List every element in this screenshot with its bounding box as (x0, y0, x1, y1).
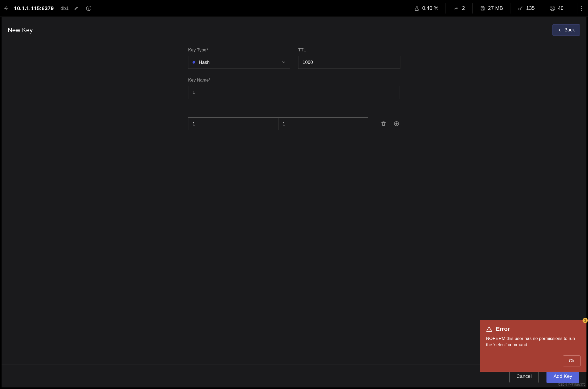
stat-cpu: 0.40 % (407, 3, 446, 14)
back-button[interactable]: Back (552, 24, 580, 36)
stat-cpu-value: 0.40 % (422, 5, 438, 11)
top-bar: 10.1.1.115:6379 db1 0.40 % 2 27 MB 135 4… (0, 0, 588, 17)
stat-users-value: 40 (558, 5, 564, 11)
warning-icon (486, 326, 492, 332)
save-icon (480, 5, 486, 11)
key-icon (518, 5, 523, 11)
stat-memory: 27 MB (472, 3, 510, 14)
chevron-down-icon (281, 60, 286, 65)
stat-keys-value: 135 (526, 5, 535, 11)
toast-count-badge: 1 (583, 318, 588, 323)
key-type-value: Hash (199, 60, 210, 65)
key-name-input[interactable] (188, 86, 400, 99)
stat-commands-value: 2 (462, 5, 465, 11)
svg-point-3 (552, 7, 553, 8)
host-address: 10.1.1.115:6379 (14, 5, 54, 11)
back-button-label: Back (564, 27, 575, 33)
toast-title: Error (496, 326, 510, 332)
gauge-icon (453, 5, 459, 11)
add-row-icon[interactable] (394, 121, 400, 127)
stat-commands: 2 (446, 3, 472, 14)
stat-memory-value: 27 MB (488, 5, 503, 11)
key-name-label: Key Name* (188, 78, 400, 83)
toast-message: NOPERM this user has no permissions to r… (486, 336, 580, 348)
chevron-left-icon (558, 28, 562, 32)
flask-icon (414, 5, 420, 11)
hash-type-dot-icon (193, 61, 195, 64)
ttl-input[interactable] (298, 56, 400, 69)
database-name[interactable]: db1 (60, 5, 69, 11)
new-key-form: Key Type* Hash TTL Key Name* (188, 48, 400, 365)
key-type-select[interactable]: Hash (188, 56, 290, 69)
back-arrow-icon[interactable] (3, 5, 9, 11)
info-icon[interactable] (86, 5, 92, 11)
stat-keys: 135 (510, 3, 542, 14)
user-icon (550, 5, 555, 11)
watermark: CSDN @李庆政370 (558, 383, 585, 387)
ttl-label: TTL (298, 48, 400, 53)
error-toast: 1 Error NOPERM this user has no permissi… (480, 320, 586, 372)
stats-bar: 0.40 % 2 27 MB 135 40 (407, 0, 571, 16)
hash-field-input[interactable] (188, 117, 278, 130)
more-menu-icon[interactable] (578, 3, 585, 14)
hash-field-row (188, 117, 400, 130)
delete-row-icon[interactable] (381, 121, 387, 127)
stat-users: 40 (542, 3, 571, 14)
form-divider (188, 108, 400, 108)
key-type-label: Key Type* (188, 48, 290, 53)
toast-ok-button[interactable]: Ok (563, 356, 580, 366)
edit-icon[interactable] (73, 5, 79, 11)
hash-value-input[interactable] (278, 117, 368, 130)
page-title: New Key (8, 26, 33, 34)
